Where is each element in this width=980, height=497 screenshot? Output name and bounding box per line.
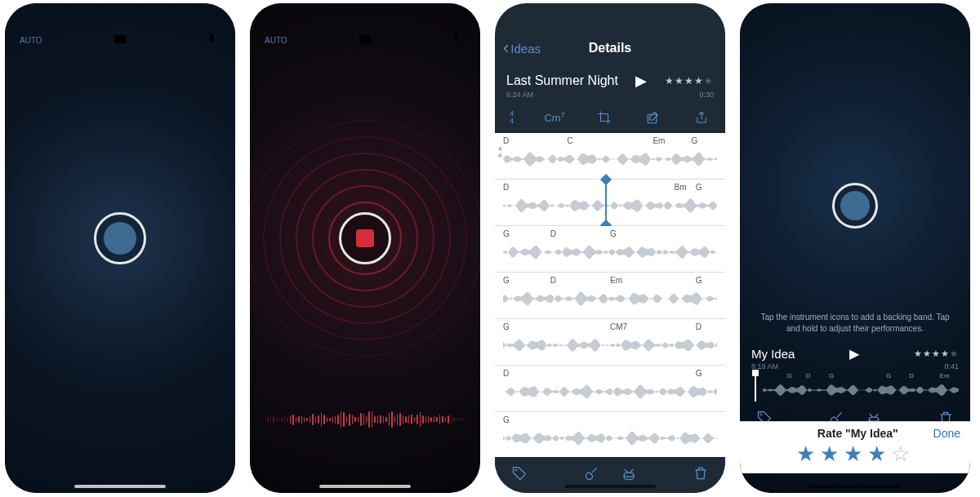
- tuning-fork-icon[interactable]: [448, 31, 466, 49]
- record-button-inner: [104, 222, 136, 255]
- waveform-row[interactable]: DG: [495, 366, 725, 412]
- instrument-icon[interactable]: [111, 31, 129, 49]
- waveform-row[interactable]: GDG: [495, 226, 725, 273]
- chord-label: G: [692, 136, 698, 145]
- duration: 0:41: [944, 362, 959, 371]
- playhead[interactable]: [755, 372, 756, 402]
- home-indicator[interactable]: [809, 485, 901, 488]
- screen-3-details: ‹ Ideas Details Last Summer Night ▶ ★★★★…: [495, 3, 725, 493]
- svg-rect-0: [114, 35, 125, 43]
- chord-label: CM7: [610, 322, 627, 331]
- chord-label: D: [503, 369, 509, 378]
- guitar-icon[interactable]: [583, 465, 599, 485]
- back-button[interactable]: ‹ Ideas: [503, 39, 541, 57]
- svg-point-13: [760, 414, 762, 415]
- chord-label: G: [696, 369, 702, 378]
- svg-point-12: [624, 473, 634, 477]
- mini-waveform[interactable]: GDGGDEm: [751, 372, 959, 402]
- chevron-left-icon: ‹: [503, 39, 509, 57]
- screen-4-my-idea: Tap the instrument icons to add a backin…: [740, 3, 970, 493]
- chord-label: G: [503, 322, 510, 331]
- waveform-track-list[interactable]: 44DCEmGDBmGGDGGDEmGGCM7DDGG: [495, 133, 725, 457]
- chord-label: G: [829, 372, 834, 379]
- home-indicator[interactable]: [319, 485, 411, 488]
- record-button[interactable]: [94, 212, 146, 264]
- waveform-row[interactable]: GCM7D: [495, 319, 725, 366]
- waveform-row[interactable]: G: [495, 412, 725, 457]
- home-indicator[interactable]: [564, 485, 656, 488]
- tuning-fork-icon[interactable]: [203, 31, 220, 49]
- auto-mode-button[interactable]: AUTO: [265, 36, 287, 45]
- rating-stars[interactable]: ★★★★★: [914, 348, 959, 359]
- waveform-row[interactable]: DBmG: [495, 180, 725, 226]
- auto-mode-button[interactable]: AUTO: [20, 36, 42, 45]
- hint-text: Tap the instrument icons to add a backin…: [755, 312, 956, 334]
- duration: 0:30: [699, 91, 714, 99]
- timestamp: 6:24 AM: [506, 91, 533, 99]
- rating-stars[interactable]: ★★★★★: [665, 75, 714, 87]
- chord-label: G: [503, 229, 510, 238]
- track-title[interactable]: My Idea: [751, 347, 795, 361]
- waveform-row[interactable]: 44DCEmG: [495, 133, 725, 180]
- idea-header: My Idea ▶ ★★★★★ 8:19 AM 0:41: [740, 343, 970, 374]
- tag-icon[interactable]: [511, 465, 528, 485]
- rate-title: Rate "My Idea": [817, 427, 898, 440]
- chord-label: D: [909, 372, 914, 379]
- drums-icon[interactable]: [621, 465, 637, 485]
- chord-label: D: [696, 322, 702, 331]
- chord-label: G: [503, 415, 510, 424]
- svg-rect-10: [648, 114, 657, 123]
- chord-label: D: [550, 229, 556, 238]
- record-button[interactable]: [832, 183, 878, 229]
- record-button-inner: [840, 191, 870, 220]
- chord-label: C: [568, 136, 573, 145]
- nav-bar: ‹ Ideas Details: [495, 28, 725, 69]
- tool-row: 44 Cm7: [495, 104, 725, 133]
- track-header: Last Summer Night ▶ ★★★★★ 6:24 AM 0:30: [495, 69, 725, 104]
- screen-2-recording: AUTO: [250, 3, 480, 493]
- stop-record-button[interactable]: [339, 212, 391, 264]
- stop-icon: [356, 229, 374, 247]
- instrument-icon[interactable]: [356, 31, 374, 49]
- chord-label: D: [806, 372, 811, 379]
- loop-marker[interactable]: [605, 180, 607, 225]
- screen-1-record-idle: AUTO: [5, 3, 235, 493]
- play-button[interactable]: ▶: [627, 72, 655, 90]
- chord-label: Em: [610, 276, 622, 285]
- top-toolbar: AUTO: [5, 28, 235, 52]
- back-label: Ideas: [510, 42, 541, 55]
- svg-rect-5: [359, 35, 370, 43]
- time-signature-button[interactable]: 44: [510, 110, 514, 125]
- chord-label: G: [886, 372, 891, 379]
- chord-label: G: [786, 372, 791, 379]
- live-waveform: [250, 403, 480, 436]
- chord-label: Em: [653, 136, 665, 145]
- chord-label: D: [503, 136, 509, 145]
- chord-label: G: [503, 276, 510, 285]
- done-button[interactable]: Done: [933, 427, 960, 440]
- share-icon[interactable]: [693, 109, 710, 126]
- key-chord-button[interactable]: Cm7: [544, 111, 564, 124]
- track-title[interactable]: Last Summer Night: [506, 73, 618, 88]
- top-toolbar: AUTO: [250, 28, 480, 52]
- home-indicator[interactable]: [74, 485, 166, 488]
- chord-label: G: [610, 229, 617, 238]
- rating-input[interactable]: ★★★★☆: [750, 442, 960, 467]
- chord-label: Bm: [675, 183, 687, 192]
- chord-label: D: [550, 276, 556, 285]
- chord-label: G: [696, 276, 702, 285]
- waveform-row[interactable]: GDEmG: [495, 273, 725, 319]
- chord-label: Em: [940, 372, 950, 379]
- svg-point-11: [515, 469, 517, 471]
- chord-label: D: [503, 183, 509, 192]
- trash-icon[interactable]: [693, 465, 709, 485]
- chord-label: G: [696, 183, 702, 192]
- rate-panel: Rate "My Idea" Done ★★★★☆: [740, 421, 970, 473]
- crop-icon[interactable]: [595, 109, 613, 126]
- nav-title: Details: [589, 41, 631, 55]
- edit-icon[interactable]: [644, 109, 662, 126]
- play-button[interactable]: ▶: [849, 346, 859, 362]
